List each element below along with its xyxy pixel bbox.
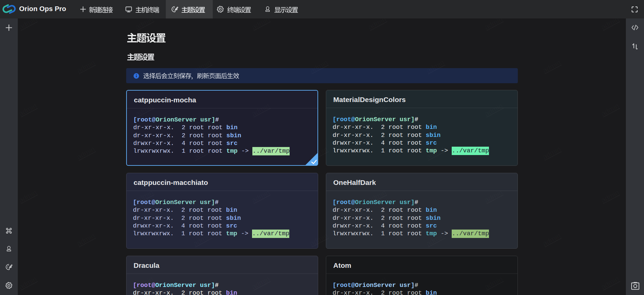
svg-text:admin: admin <box>76 145 96 161</box>
svg-text:admin: admin <box>600 188 620 204</box>
svg-text:admin: admin <box>600 275 620 291</box>
svg-text:admin: admin <box>250 18 271 31</box>
svg-text:admin: admin <box>367 18 387 31</box>
svg-text:admin: admin <box>18 275 38 291</box>
svg-text:admin: admin <box>600 18 620 31</box>
svg-text:admin: admin <box>134 18 154 31</box>
svg-text:admin: admin <box>483 18 504 31</box>
svg-text:admin: admin <box>541 145 562 161</box>
svg-text:admin: admin <box>18 18 38 31</box>
svg-text:admin: admin <box>600 102 620 117</box>
svg-text:admin: admin <box>18 102 38 117</box>
svg-text:admin: admin <box>76 232 96 247</box>
svg-text:admin: admin <box>541 58 562 74</box>
svg-text:admin: admin <box>18 188 38 204</box>
svg-text:admin: admin <box>541 232 562 247</box>
svg-text:admin: admin <box>76 58 96 74</box>
